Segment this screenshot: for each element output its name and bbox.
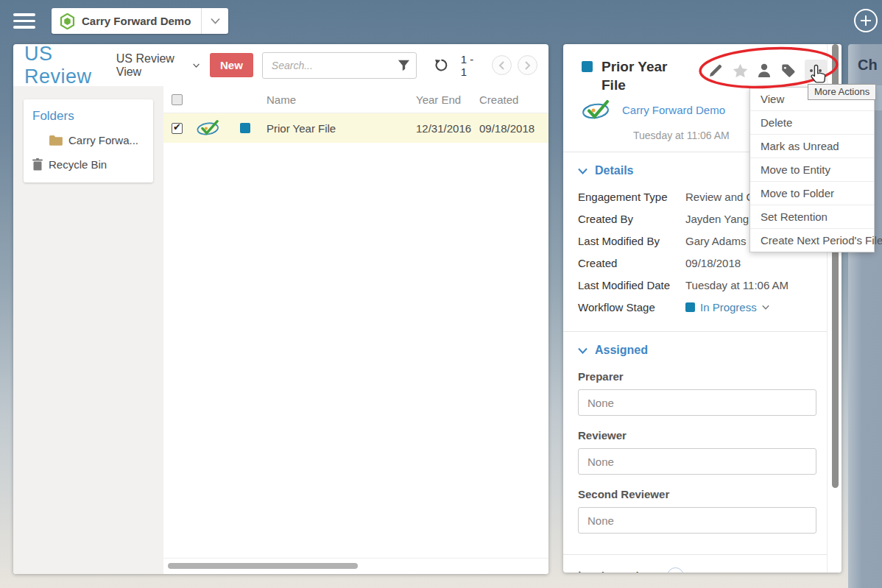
view-selector-label: US Review View [116,52,188,79]
horizontal-scrollbar-thumb[interactable] [168,563,358,569]
hamburger-menu-icon[interactable] [13,13,35,29]
workflow-stage-dropdown[interactable]: In Progress [685,301,769,314]
workflow-status-square [685,302,695,312]
previous-page-button[interactable] [492,55,512,75]
column-header-year-end[interactable]: Year End [416,93,479,106]
menu-item-set-retention[interactable]: Set Retention [750,205,874,229]
search-input[interactable] [272,60,398,71]
entity-link[interactable]: Carry Forward Demo [622,104,725,116]
preparer-field[interactable]: None [578,389,816,416]
edit-pencil-icon[interactable] [708,63,723,78]
chevron-left-icon [498,61,505,70]
folder-label: Carry Forwa... [68,134,138,146]
chevron-down-icon [578,347,588,354]
assigned-section-header[interactable]: Assigned [578,344,816,357]
assigned-section: Assigned Preparer None Reviewer None Sec… [563,332,842,547]
refresh-icon[interactable] [434,58,448,72]
folder-item-recycle-bin[interactable]: Recycle Bin [32,158,144,171]
folder-icon [49,135,63,146]
file-table: Name Year End Created Prior Year File 12… [163,86,548,574]
engagement-file-logo-icon [193,118,234,138]
detail-row-workflow-stage: Workflow Stage In Progress [578,301,816,314]
favorite-star-icon[interactable] [733,63,748,78]
chevron-right-icon [524,61,531,70]
detail-title: Prior Year File [601,57,681,94]
file-created: 09/18/2018 [479,122,548,135]
second-reviewer-label: Second Reviewer [578,488,816,500]
chevron-right-icon [578,571,585,573]
add-button[interactable] [854,9,878,32]
page-title: US Review [24,44,110,88]
file-list-panel: US Review US Review View New 1 - 1 [13,44,548,574]
preparer-label: Preparer [578,370,816,383]
section-heading-label: Details [595,164,633,177]
column-header-created[interactable]: Created [479,93,548,106]
workflow-status-square [582,61,593,72]
hexagon-icon [60,13,75,29]
folder-label: Recycle Bin [49,158,107,171]
search-box[interactable] [262,52,417,79]
chevron-down-icon [193,63,200,68]
chevron-down-icon [762,305,769,310]
table-row[interactable]: Prior Year File 12/31/2016 09/18/2018 [163,113,548,143]
add-discussion-button[interactable]: + [667,567,684,573]
menu-item-move-to-entity[interactable]: Move to Entity [750,158,874,182]
filter-funnel-icon[interactable] [398,60,410,71]
next-page-button[interactable] [518,55,537,75]
row-checkbox[interactable] [172,123,183,134]
entity-selector-label: Carry Forward Demo [82,15,191,27]
more-actions-menu: View Delete Mark as Unread Move to Entit… [749,87,875,252]
second-reviewer-field[interactable]: None [578,507,816,534]
trash-icon [32,158,43,171]
column-header-name[interactable]: Name [267,93,416,106]
chevron-down-icon[interactable] [202,8,228,34]
more-actions-tooltip: More Actions [808,84,876,100]
file-name[interactable]: Prior Year File [267,122,416,135]
reviewer-label: Reviewer [578,429,816,442]
workflow-status-square [240,123,250,133]
menu-item-delete[interactable]: Delete [750,111,874,135]
section-heading-label: Assigned [595,344,648,357]
horizontal-scrollbar-track[interactable] [163,558,548,574]
menu-item-create-next-periods-file[interactable]: Create Next Period's File [750,229,874,252]
detail-row: Created 09/18/2018 [578,257,816,269]
entity-selector[interactable]: Carry Forward Demo [52,8,228,34]
view-selector[interactable]: US Review View [116,52,200,79]
detail-row: Last Modified Date Tuesday at 11:06 AM [578,279,816,291]
discussions-section-header[interactable]: Discussions + [563,554,842,573]
workflow-stage-value: In Progress [700,301,757,314]
more-actions-button[interactable] [805,60,827,82]
tag-icon[interactable] [780,63,795,78]
menu-item-mark-as-unread[interactable]: Mark as Unread [750,135,874,158]
ellipsis-icon [809,68,822,73]
folder-item-carry-forward[interactable]: Carry Forwa... [32,134,144,146]
file-year-end: 12/31/2016 [416,122,479,135]
assign-person-icon[interactable] [758,63,771,78]
section-heading-label: Discussions [593,570,658,573]
select-all-checkbox[interactable] [172,94,183,105]
side-panel-heading: Ch [848,44,882,74]
list-header: US Review US Review View New 1 - 1 [13,44,548,86]
table-header-row: Name Year End Created [163,86,548,113]
pagination-range: 1 - 1 [461,53,479,78]
reviewer-field[interactable]: None [578,448,816,475]
plus-icon [860,15,872,26]
new-button[interactable]: New [210,53,253,77]
folders-heading: Folders [32,109,144,124]
menu-item-move-to-folder[interactable]: Move to Folder [750,182,874,205]
folders-sidebar: Folders Carry Forwa... Recycle Bin [13,86,163,574]
engagement-file-logo-icon [582,99,614,121]
chevron-down-icon [578,168,588,174]
